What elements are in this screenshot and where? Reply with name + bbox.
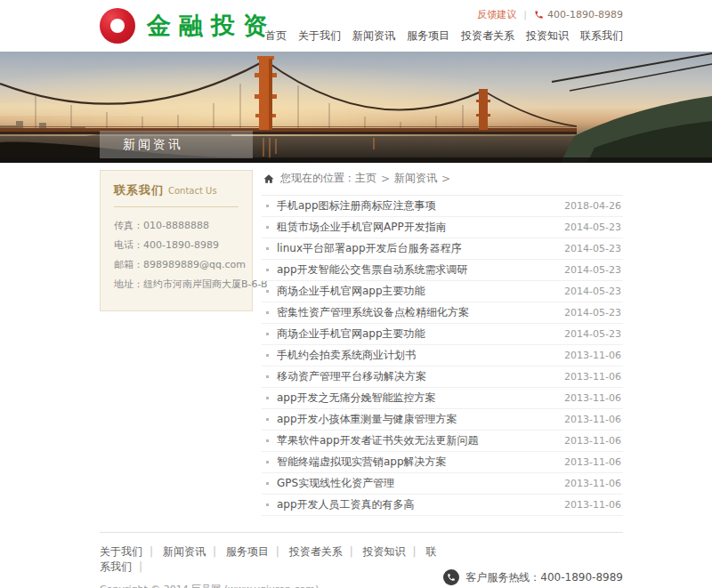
news-date: 2013-11-06: [564, 478, 621, 489]
header-phone-number: 400-1890-8989: [547, 9, 623, 20]
news-list-item: app开发人员工资真的有多高 2013-11-06: [262, 495, 623, 516]
contact-lines: 传真：010-8888888电话：400-1890-8989邮箱：8989898…: [114, 216, 239, 294]
breadcrumb: 您现在的位置： 主页 > 新闻资讯 >: [262, 163, 623, 196]
news-title-link[interactable]: 智能终端虚拟现实营销app解决方案: [277, 455, 554, 470]
news-title-link[interactable]: 苹果软件app开发者证书失效无法更新问题: [277, 433, 554, 448]
news-date: 2014-05-23: [564, 264, 621, 276]
contact-title: 联系我们: [114, 182, 164, 198]
hotline-text: 客户服务热线：400-1890-8989: [465, 570, 623, 585]
footer-link[interactable]: 关于我们: [100, 545, 142, 558]
news-title-link[interactable]: 手机app图标注册商标应注意事项: [277, 198, 554, 213]
footer-link-wrap: 关于我们|: [100, 545, 159, 558]
news-date: 2013-11-06: [564, 456, 621, 468]
news-title-link[interactable]: GPS实现线性化资产管理: [277, 476, 554, 491]
news-list: 手机app图标注册商标应注意事项 2018-04-26 租赁市场企业手机官网AP…: [262, 196, 623, 516]
sidebar: 联系我们 Contact Us 传真：010-8888888电话：400-189…: [100, 163, 253, 311]
footer-link-wrap: 服务项目|: [226, 545, 286, 558]
news-title-link[interactable]: app开发小孩体重测量与健康管理方案: [277, 412, 554, 427]
footer-link-wrap: 新闻资讯|: [163, 545, 222, 558]
news-title-link[interactable]: 手机约会拍卖系统商业计划书: [277, 348, 554, 363]
news-title-link[interactable]: app开发智能公交售票自动系统需求调研: [277, 262, 554, 278]
footer-link[interactable]: 新闻资讯: [163, 545, 206, 558]
footer-links: 关于我们| 新闻资讯| 服务项目| 投资者关系| 投资知识| 联系我们|: [100, 544, 443, 575]
nav-item[interactable]: 联系我们: [580, 28, 623, 44]
contact-subtitle: Contact Us: [168, 186, 217, 196]
news-list-item: 手机约会拍卖系统商业计划书 2013-11-06: [262, 345, 623, 366]
bullet-icon: [266, 247, 269, 250]
section-title-banner: 新闻资讯: [100, 131, 253, 158]
news-date: 2013-11-06: [564, 392, 621, 404]
bullet-icon: [266, 226, 269, 229]
nav-item[interactable]: 新闻资讯: [352, 28, 395, 44]
content-area: 您现在的位置： 主页 > 新闻资讯 > 手机app图标注册商标应注意事项 201…: [262, 163, 623, 516]
news-list-item: 苹果软件app开发者证书失效无法更新问题 2013-11-06: [262, 431, 623, 452]
contact-box: 联系我们 Contact Us 传真：010-8888888电话：400-189…: [100, 170, 253, 311]
footer-link-separator: |: [276, 545, 279, 558]
bullet-icon: [266, 205, 269, 207]
bullet-icon: [266, 461, 269, 463]
main-layout: 联系我们 Contact Us 传真：010-8888888电话：400-189…: [100, 163, 623, 516]
breadcrumb-separator: >: [441, 173, 450, 185]
bullet-icon: [266, 333, 269, 335]
bullet-icon: [266, 311, 269, 314]
nav-item[interactable]: 关于我们: [298, 28, 341, 44]
footer-link-wrap: 投资知识|: [363, 545, 423, 558]
nav-item[interactable]: 投资知识: [526, 28, 569, 44]
contact-line: 电话：400-1890-8989: [114, 236, 239, 255]
news-list-item: linux平台部署app开发后台服务器程序 2014-05-23: [262, 238, 623, 260]
footer-link[interactable]: 投资者关系: [289, 545, 343, 558]
news-date: 2014-05-23: [564, 307, 621, 318]
header-phone: 400-1890-8989: [534, 9, 623, 20]
news-date: 2014-05-23: [564, 222, 621, 233]
footer-link-separator: |: [213, 545, 216, 558]
contact-title-row: 联系我们 Contact Us: [114, 182, 239, 198]
news-list-item: 移动资产管理平台移动解决方案 2013-11-06: [262, 366, 623, 388]
news-title-link[interactable]: app开发人员工资真的有多高: [277, 497, 554, 512]
footer-link-wrap: 投资者关系|: [289, 545, 360, 558]
news-title-link[interactable]: 商场企业手机官网app主要功能: [277, 284, 554, 299]
footer-left: 关于我们| 新闻资讯| 服务项目| 投资者关系| 投资知识| 联系我们| Cop…: [100, 544, 443, 588]
news-list-item: 商场企业手机官网app主要功能 2014-05-23: [262, 281, 623, 302]
news-date: 2014-05-23: [564, 243, 621, 254]
news-date: 2018-04-26: [564, 200, 621, 212]
feedback-link[interactable]: 反馈建议: [477, 8, 516, 21]
news-date: 2014-05-23: [564, 286, 621, 297]
news-date: 2013-11-06: [564, 371, 621, 383]
news-list-item: app开发智能公交售票自动系统需求调研 2014-05-23: [262, 260, 623, 281]
contact-line: 地址：纽约市河南岸国商大厦B-6-B: [114, 275, 239, 294]
breadcrumb-prefix: 您现在的位置：: [280, 171, 355, 186]
news-list-item: 密集性资产管理系统设备点检精细化方案 2014-05-23: [262, 302, 623, 324]
copyright-text: Copyright © 2014 巨号网 (www.yqjuren.com): [100, 583, 443, 588]
breadcrumb-separator: >: [381, 173, 390, 185]
news-title-link[interactable]: 商场企业手机官网app主要功能: [277, 326, 554, 342]
home-icon: [263, 173, 274, 184]
news-title-link[interactable]: 租赁市场企业手机官网APP开发指南: [277, 220, 554, 235]
bullet-icon: [266, 482, 269, 485]
bullet-icon: [266, 269, 269, 271]
contact-line: 传真：010-8888888: [114, 216, 239, 236]
nav-item[interactable]: 首页: [265, 28, 287, 44]
news-date: 2013-11-06: [564, 414, 621, 425]
contact-line: 邮箱：898989889@qq.com: [114, 255, 239, 275]
site-logo[interactable]: 金融投资: [100, 8, 275, 44]
site-header: 金融投资 反馈建议 | 400-1890-8989 首页关于我们新闻资讯服务项目…: [0, 0, 712, 52]
bullet-icon: [266, 439, 269, 442]
nav-item[interactable]: 服务项目: [407, 28, 449, 44]
news-list-item: GPS实现线性化资产管理 2013-11-06: [262, 473, 623, 495]
news-list-item: 商场企业手机官网app主要功能 2014-05-23: [262, 324, 623, 345]
bullet-icon: [266, 290, 269, 293]
nav-item[interactable]: 投资者关系: [461, 28, 514, 44]
main-nav: 首页关于我们新闻资讯服务项目投资者关系投资知识联系我们: [265, 28, 623, 44]
news-list-item: 租赁市场企业手机官网APP开发指南 2014-05-23: [262, 217, 623, 238]
news-title-link[interactable]: 移动资产管理平台移动解决方案: [277, 369, 554, 384]
footer-link[interactable]: 投资知识: [363, 545, 406, 558]
news-list-item: 智能终端虚拟现实营销app解决方案 2013-11-06: [262, 452, 623, 473]
breadcrumb-home-link[interactable]: 主页: [355, 171, 376, 186]
footer-link[interactable]: 服务项目: [226, 545, 269, 558]
phone-icon: [534, 10, 544, 20]
news-title-link[interactable]: app开发之无痛分娩智能监控方案: [277, 391, 554, 406]
breadcrumb-current-link[interactable]: 新闻资讯: [394, 171, 437, 186]
news-title-link[interactable]: linux平台部署app开发后台服务器程序: [277, 241, 554, 256]
hotline-phone-icon: [443, 569, 459, 585]
news-title-link[interactable]: 密集性资产管理系统设备点检精细化方案: [277, 305, 554, 320]
